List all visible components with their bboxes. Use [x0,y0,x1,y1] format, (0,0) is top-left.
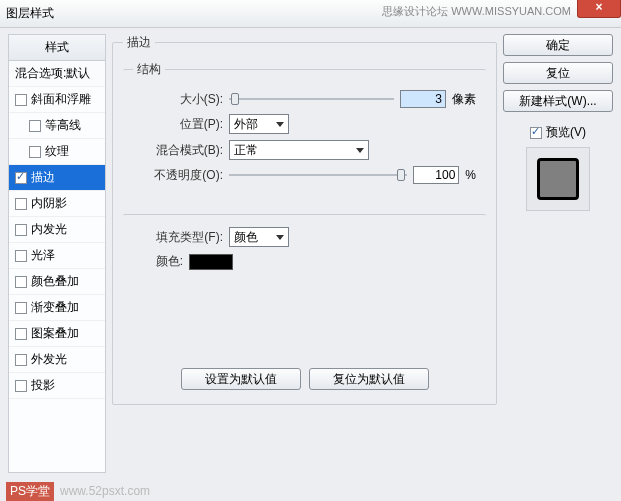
watermark-text: 思缘设计论坛 WWW.MISSYUAN.COM [382,4,571,19]
make-default-button[interactable]: 设置为默认值 [181,368,301,390]
ok-button[interactable]: 确定 [503,34,613,56]
style-item-label: 光泽 [31,247,55,264]
style-item-2[interactable]: 纹理 [9,139,105,165]
filltype-select[interactable]: 颜色 [229,227,289,247]
chevron-down-icon [276,235,284,240]
position-select[interactable]: 外部 [229,114,289,134]
position-value: 外部 [234,116,258,133]
structure-group: 结构 大小(S): 3 像素 位置(P): 外部 [123,61,486,204]
style-checkbox[interactable] [15,276,27,288]
style-item-0[interactable]: 斜面和浮雕 [9,87,105,113]
style-item-5[interactable]: 内发光 [9,217,105,243]
color-swatch[interactable] [189,254,233,270]
title-bar: 图层样式 思缘设计论坛 WWW.MISSYUAN.COM × [0,0,621,28]
size-label: 大小(S): [133,91,223,108]
style-checkbox[interactable] [15,380,27,392]
style-item-label: 描边 [31,169,55,186]
new-style-button[interactable]: 新建样式(W)... [503,90,613,112]
style-item-label: 外发光 [31,351,67,368]
style-item-11[interactable]: 投影 [9,373,105,399]
preview-box [526,147,590,211]
position-label: 位置(P): [133,116,223,133]
fill-group: 填充类型(F): 颜色 颜色: [123,214,486,364]
size-slider[interactable] [229,92,394,106]
stroke-group-title: 描边 [123,34,155,51]
style-item-7[interactable]: 颜色叠加 [9,269,105,295]
opacity-row: 不透明度(O): 100 % [133,166,476,184]
style-item-10[interactable]: 外发光 [9,347,105,373]
default-buttons: 设置为默认值 复位为默认值 [123,368,486,390]
style-checkbox[interactable] [29,120,41,132]
blendmode-label: 混合模式(B): [133,142,223,159]
style-item-label: 纹理 [45,143,69,160]
dialog-body: 样式 混合选项:默认 斜面和浮雕等高线纹理描边内阴影内发光光泽颜色叠加渐变叠加图… [0,28,621,473]
blendmode-value: 正常 [234,142,258,159]
action-column: 确定 复位 新建样式(W)... 预览(V) [503,34,613,473]
cancel-button[interactable]: 复位 [503,62,613,84]
filltype-value: 颜色 [234,229,258,246]
blendmode-row: 混合模式(B): 正常 [133,140,476,160]
opacity-unit: % [465,168,476,182]
blendmode-select[interactable]: 正常 [229,140,369,160]
style-checkbox[interactable] [15,94,27,106]
preview-toggle[interactable]: 预览(V) [530,124,586,141]
position-row: 位置(P): 外部 [133,114,476,134]
style-checkbox[interactable] [29,146,41,158]
style-item-3[interactable]: 描边 [9,165,105,191]
style-checkbox[interactable] [15,172,27,184]
blend-options-item[interactable]: 混合选项:默认 [9,61,105,87]
color-label: 颜色: [133,253,183,270]
chevron-down-icon [276,122,284,127]
filltype-label: 填充类型(F): [133,229,223,246]
style-item-4[interactable]: 内阴影 [9,191,105,217]
preview-checkbox[interactable] [530,127,542,139]
sidebar-header: 样式 [9,35,105,61]
style-checkbox[interactable] [15,224,27,236]
style-item-label: 渐变叠加 [31,299,79,316]
size-unit: 像素 [452,91,476,108]
size-input[interactable]: 3 [400,90,446,108]
style-checkbox[interactable] [15,250,27,262]
style-item-8[interactable]: 渐变叠加 [9,295,105,321]
color-row: 颜色: [133,253,476,270]
filltype-row: 填充类型(F): 颜色 [133,227,476,247]
styles-sidebar: 样式 混合选项:默认 斜面和浮雕等高线纹理描边内阴影内发光光泽颜色叠加渐变叠加图… [8,34,106,473]
style-item-1[interactable]: 等高线 [9,113,105,139]
structure-title: 结构 [133,61,165,78]
style-item-label: 图案叠加 [31,325,79,342]
style-item-label: 等高线 [45,117,81,134]
footer-tag: PS学堂 [6,482,54,501]
style-item-label: 颜色叠加 [31,273,79,290]
size-row: 大小(S): 3 像素 [133,90,476,108]
footer-watermark: PS学堂 www.52psxt.com [0,481,621,501]
preview-label: 预览(V) [546,124,586,141]
style-item-label: 斜面和浮雕 [31,91,91,108]
style-item-6[interactable]: 光泽 [9,243,105,269]
settings-panel: 描边 结构 大小(S): 3 像素 位置(P): 外部 [112,34,497,473]
style-checkbox[interactable] [15,328,27,340]
preview-swatch [537,158,579,200]
style-item-9[interactable]: 图案叠加 [9,321,105,347]
style-item-label: 内发光 [31,221,67,238]
preview-area: 预览(V) [503,124,613,211]
style-item-label: 内阴影 [31,195,67,212]
opacity-label: 不透明度(O): [133,167,223,184]
style-checkbox[interactable] [15,302,27,314]
close-button[interactable]: × [577,0,621,18]
style-item-label: 投影 [31,377,55,394]
opacity-input[interactable]: 100 [413,166,459,184]
style-checkbox[interactable] [15,354,27,366]
blend-options-label: 混合选项:默认 [15,65,90,82]
stroke-group: 描边 结构 大小(S): 3 像素 位置(P): 外部 [112,34,497,405]
footer-url: www.52psxt.com [60,484,150,498]
opacity-slider[interactable] [229,168,407,182]
reset-default-button[interactable]: 复位为默认值 [309,368,429,390]
style-checkbox[interactable] [15,198,27,210]
chevron-down-icon [356,148,364,153]
